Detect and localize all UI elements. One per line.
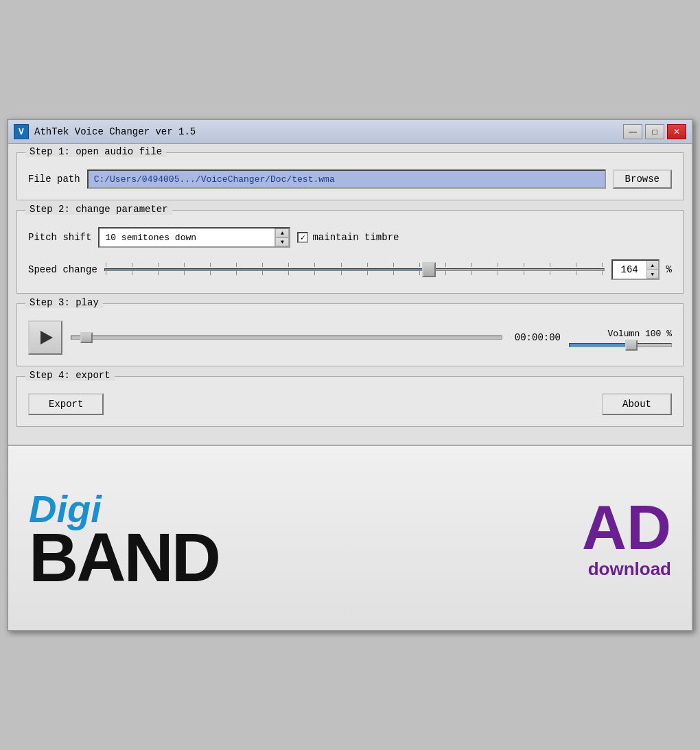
maintain-timbre-area: ✓ maintain timbre [297,232,399,243]
app-icon: V [14,124,29,139]
pitch-select[interactable]: 10 semitones down ▲ ▼ [98,227,290,248]
play-icon [40,331,53,344]
speed-up-button[interactable]: ▲ [647,261,658,270]
maintain-timbre-checkbox[interactable]: ✓ [297,232,308,243]
pitch-arrows: ▲ ▼ [275,228,289,246]
speed-slider-ticks-top [104,263,605,268]
step4-label: Step 4: export [25,370,115,381]
step1-section: Step 1: open audio file File path Browse [16,152,684,200]
title-bar: V AthTek Voice Changer ver 1.5 — □ ✕ [8,120,692,144]
pitch-up-arrow[interactable]: ▲ [275,228,289,237]
title-bar-left: V AthTek Voice Changer ver 1.5 [14,124,196,139]
volume-area: Volumn 100 % [569,329,672,347]
step2-label: Step 2: change parameter [25,204,172,215]
app-title: AthTek Voice Changer ver 1.5 [34,126,196,137]
maintain-timbre-label: maintain timbre [312,232,399,243]
step4-section: Step 4: export Export About [16,376,684,427]
export-button[interactable]: Export [28,393,104,415]
step1-label: Step 1: open audio file [25,146,166,157]
speed-value-input[interactable]: 164 ▲ ▼ [611,259,660,280]
digi-band-logo: Digi BAND [29,490,219,587]
main-window: V AthTek Voice Changer ver 1.5 — □ ✕ Ste… [7,119,693,631]
speed-slider-track [104,268,605,271]
speed-slider[interactable] [104,257,605,282]
percent-symbol: % [666,264,672,275]
volume-label: Volumn 100 % [607,329,672,339]
pitch-down-arrow[interactable]: ▼ [275,237,289,246]
speed-label: Speed change [28,264,97,275]
about-button[interactable]: About [602,393,672,415]
speed-down-button[interactable]: ▼ [647,270,658,279]
browse-button[interactable]: Browse [613,169,672,189]
volume-fill [570,344,631,347]
speed-row: Speed change [28,257,672,282]
ad-big-text: AD [582,497,671,559]
speed-spin-buttons: ▲ ▼ [646,261,658,279]
close-button[interactable]: ✕ [667,124,686,139]
ad-banner: Digi BAND AD download [8,445,692,630]
window-controls: — □ ✕ [623,124,686,139]
ad-download-text: download [588,559,671,580]
step3-label: Step 3: play [25,297,103,308]
ad-right: AD download [582,497,671,580]
speed-value: 164 [613,263,646,277]
play-button[interactable] [28,320,62,355]
volume-slider[interactable] [569,343,672,347]
speed-slider-ticks-bottom [104,271,605,277]
file-path-input[interactable] [87,169,606,189]
step2-section: Step 2: change parameter Pitch shift 10 … [16,210,684,294]
file-path-label: File path [28,174,80,185]
time-display: 00:00:00 [515,332,561,343]
pitch-label: Pitch shift [28,232,91,243]
volume-thumb[interactable] [625,340,638,351]
window-body: Step 1: open audio file File path Browse… [8,144,692,445]
pitch-value: 10 semitones down [100,230,275,246]
band-text: BAND [29,528,219,587]
step3-section: Step 3: play 00:00:00 Volumn 100 % [16,303,684,366]
minimize-button[interactable]: — [623,124,642,139]
playback-thumb[interactable] [80,332,93,343]
maximize-button[interactable]: □ [645,124,664,139]
